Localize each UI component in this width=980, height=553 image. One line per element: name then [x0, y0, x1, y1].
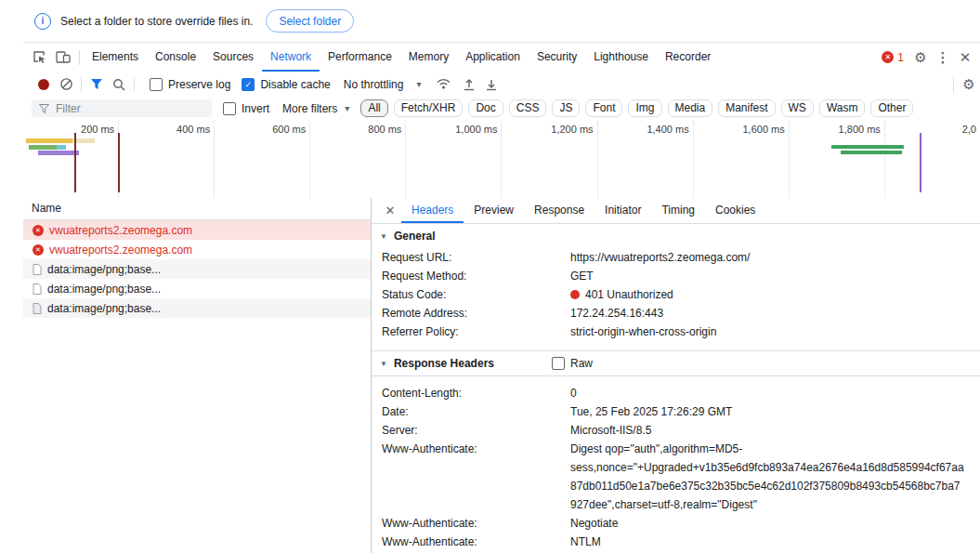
invert-label: Invert	[242, 102, 269, 115]
tab-network[interactable]: Network	[262, 43, 320, 72]
more-filters-label: More filters	[282, 102, 337, 115]
network-conditions-icon[interactable]	[432, 72, 454, 97]
file-icon	[33, 264, 42, 275]
header-key: Referrer Policy:	[382, 323, 570, 341]
general-section-title: General	[394, 230, 436, 243]
file-icon	[33, 283, 42, 295]
tab-console[interactable]: Console	[147, 43, 204, 72]
header-value: Negotiate	[570, 514, 618, 533]
request-row[interactable]: ✕ vwuatreports2.zeomega.com	[23, 240, 371, 259]
error-count-badge[interactable]: ✕ 1	[882, 51, 904, 64]
request-error-icon: ✕	[33, 225, 44, 236]
header-value: 0	[570, 384, 577, 402]
tab-performance[interactable]: Performance	[320, 43, 400, 72]
clear-network-log-icon[interactable]	[55, 72, 77, 97]
request-name: data:image/png;base...	[47, 263, 161, 276]
tab-response[interactable]: Response	[524, 198, 595, 223]
status-code-text: 401 Unauthorized	[585, 288, 673, 301]
inspect-element-icon[interactable]	[27, 43, 51, 72]
filter-chip-other[interactable]: Other	[870, 99, 913, 117]
header-value: Tue, 25 Feb 2025 17:26:29 GMT	[570, 402, 732, 421]
filter-chip-manifest[interactable]: Manifest	[718, 99, 775, 117]
timeline-label: 400 ms	[119, 120, 215, 198]
close-details-icon[interactable]: ✕	[379, 204, 401, 217]
select-folder-button[interactable]: Select folder	[266, 9, 354, 33]
filter-chip-wasm[interactable]: Wasm	[819, 99, 866, 117]
settings-gear-icon[interactable]: ⚙	[909, 43, 932, 72]
network-overview-timeline[interactable]: 200 ms 400 ms 600 ms 800 ms 1,000 ms 1,2…	[23, 120, 980, 199]
filter-chip-fetch-xhr[interactable]: Fetch/XHR	[394, 99, 464, 117]
filter-chip-media[interactable]: Media	[668, 99, 713, 117]
timeline-label: 1,800 ms	[790, 120, 885, 198]
request-row[interactable]: data:image/png;base...	[23, 279, 371, 298]
disable-cache-checkbox[interactable]: ✓ Disable cache	[242, 78, 330, 91]
tab-cookies[interactable]: Cookies	[705, 198, 765, 223]
details-tabbar: ✕ Headers Preview Response Initiator Tim…	[372, 198, 980, 224]
raw-checkbox[interactable]: Raw	[552, 357, 593, 370]
devtools-tabbar: Elements Console Sources Network Perform…	[23, 43, 980, 72]
device-toolbar-icon[interactable]	[51, 43, 75, 72]
raw-label: Raw	[570, 357, 593, 370]
request-error-icon: ✕	[33, 244, 44, 256]
filter-chip-css[interactable]: CSS	[509, 99, 547, 117]
filter-chip-img[interactable]: Img	[628, 99, 661, 117]
header-row: Server: Microsoft-IIS/8.5	[372, 421, 980, 440]
tab-initiator[interactable]: Initiator	[595, 198, 651, 223]
tab-headers[interactable]: Headers	[401, 198, 464, 223]
timeline-ruler: 200 ms 400 ms 600 ms 800 ms 1,000 ms 1,2…	[23, 120, 980, 198]
tab-lighthouse[interactable]: Lighthouse	[585, 43, 657, 72]
checkbox-checked: ✓	[242, 78, 255, 91]
request-row[interactable]: ✕ vwuatreports2.zeomega.com	[23, 220, 371, 240]
header-row: Www-Authenticate: NTLM	[372, 533, 980, 551]
tab-sources[interactable]: Sources	[204, 43, 262, 72]
name-column-header[interactable]: Name	[23, 198, 371, 220]
header-key: Content-Length:	[382, 384, 570, 402]
tab-timing[interactable]: Timing	[651, 198, 705, 223]
timeline-label: 2,0	[885, 120, 980, 198]
export-har-icon[interactable]	[480, 72, 503, 97]
request-row[interactable]: data:image/png;base...	[23, 298, 371, 318]
request-row[interactable]: data:image/png;base...	[23, 259, 371, 279]
filter-input[interactable]: Filter	[32, 99, 212, 117]
collapse-triangle-icon: ▼	[380, 360, 387, 368]
request-name: vwuatreports2.zeomega.com	[49, 224, 192, 237]
more-filters-dropdown[interactable]: More filters ▾	[282, 102, 349, 115]
image-file-icon	[33, 303, 42, 314]
network-filter-bar: Filter Invert More filters ▾ All Fetch/X…	[23, 97, 980, 121]
filter-chip-js[interactable]: JS	[552, 99, 580, 117]
tab-application[interactable]: Application	[457, 43, 529, 72]
tab-memory[interactable]: Memory	[400, 43, 457, 72]
filter-chip-ws[interactable]: WS	[781, 99, 814, 117]
throttling-dropdown[interactable]: No throttling ▾	[344, 78, 422, 91]
tab-security[interactable]: Security	[529, 43, 585, 72]
filter-placeholder: Filter	[56, 102, 81, 115]
tab-recorder[interactable]: Recorder	[657, 43, 719, 72]
record-network-log-icon[interactable]	[33, 72, 55, 97]
network-settings-gear-icon[interactable]: ⚙	[958, 72, 980, 97]
import-har-icon[interactable]	[458, 72, 480, 97]
requests-panel: Name ✕ vwuatreports2.zeomega.com ✕ vwuat…	[23, 198, 371, 553]
header-key: Remote Address:	[382, 304, 570, 323]
filter-chip-doc[interactable]: Doc	[468, 99, 503, 117]
filter-chip-font[interactable]: Font	[585, 99, 622, 117]
filter-toggle-icon[interactable]	[85, 72, 108, 97]
header-value: Digest qop="auth",algorithm=MD5-sess,non…	[570, 440, 965, 514]
response-headers-section-header[interactable]: ▼ Response Headers Raw	[372, 350, 980, 376]
status-error-dot	[570, 290, 580, 299]
filter-chip-all[interactable]: All	[360, 99, 387, 117]
more-options-icon[interactable]: ⋮	[932, 43, 954, 72]
header-row: Referrer Policy: strict-origin-when-cros…	[372, 323, 980, 341]
header-key: Www-Authenticate:	[382, 533, 570, 551]
tab-elements[interactable]: Elements	[84, 43, 147, 72]
tab-preview[interactable]: Preview	[464, 198, 524, 223]
close-devtools-icon[interactable]: ✕	[954, 43, 976, 72]
search-icon[interactable]	[108, 72, 130, 97]
invert-checkbox[interactable]: Invert	[223, 102, 269, 115]
preserve-log-checkbox[interactable]: Preserve log	[150, 78, 230, 91]
override-infobar: i Select a folder to store override file…	[23, 0, 980, 43]
general-section-header[interactable]: ▼ General	[372, 224, 980, 248]
chevron-down-icon: ▾	[345, 103, 349, 113]
checkbox-unchecked	[223, 102, 236, 115]
divider	[79, 50, 80, 65]
request-type-chips: All Fetch/XHR Doc CSS JS Font Img Media …	[360, 99, 913, 117]
